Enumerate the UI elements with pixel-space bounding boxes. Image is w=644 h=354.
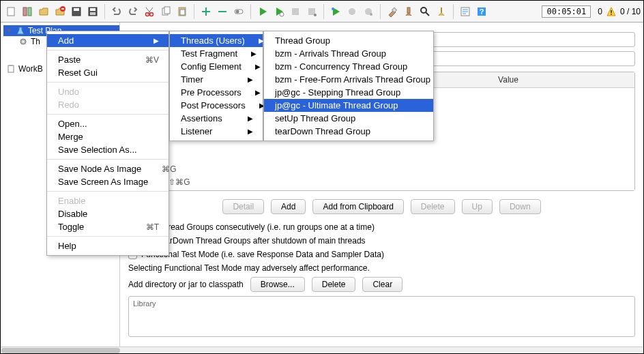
svg-rect-15 xyxy=(180,10,185,15)
save-icon[interactable] xyxy=(69,4,84,19)
open-icon[interactable] xyxy=(36,4,51,19)
svg-rect-33 xyxy=(611,10,612,13)
svg-rect-37 xyxy=(8,65,14,72)
add-button[interactable]: Add xyxy=(271,199,306,214)
toggle-icon[interactable] xyxy=(231,4,246,19)
tree-expand-icon[interactable]: ▼ xyxy=(6,27,13,34)
library-label: Library xyxy=(133,299,156,308)
submenu-threads-item-label: jp@gc - Stepping Thread Group xyxy=(275,87,400,98)
submenu-threads-item[interactable]: setUp Thread Group xyxy=(264,112,433,125)
new-icon[interactable] xyxy=(3,4,18,19)
clear-icon[interactable] xyxy=(385,4,400,19)
elapsed-timer: 00:05:01 xyxy=(542,5,591,18)
context-menu-item-label: Toggle xyxy=(58,222,84,232)
paste-icon[interactable] xyxy=(175,4,190,19)
down-button[interactable]: Down xyxy=(499,199,541,214)
submenu-add-item[interactable]: Post Processors▶ xyxy=(170,99,263,112)
context-menu-item[interactable]: Open... xyxy=(47,117,169,130)
context-menu-item[interactable]: Reset Gui xyxy=(47,66,169,79)
submenu-threads[interactable]: Thread Groupbzm - Arrivals Thread Groupb… xyxy=(263,31,434,141)
redo-icon[interactable] xyxy=(126,4,141,19)
context-menu-item[interactable]: Save Screen As Image⇧⌘G xyxy=(47,175,169,188)
clear-button[interactable]: Clear xyxy=(362,277,402,292)
scrollbar-thumb[interactable] xyxy=(1,348,120,353)
error-count: 0 xyxy=(598,7,602,16)
add-clipboard-button[interactable]: Add from Clipboard xyxy=(312,199,403,214)
submenu-arrow-icon: ▶ xyxy=(248,115,253,122)
cut-icon[interactable] xyxy=(142,4,157,19)
submenu-threads-item[interactable]: bzm - Concurrency Thread Group xyxy=(264,60,433,73)
context-menu-item-label: Undo xyxy=(58,87,79,97)
submenu-add-item[interactable]: Test Fragment▶ xyxy=(170,47,263,60)
function-helper-icon[interactable] xyxy=(458,4,473,19)
expand-icon[interactable] xyxy=(199,4,214,19)
context-menu-item-label: Save Selection As... xyxy=(58,145,137,155)
library-box[interactable]: Library xyxy=(128,296,635,337)
delete-button[interactable]: Delete xyxy=(411,199,455,214)
svg-text:?: ? xyxy=(480,8,484,16)
context-menu-item[interactable]: Merge xyxy=(47,130,169,143)
start-icon[interactable] xyxy=(255,4,270,19)
close-icon[interactable] xyxy=(53,4,68,19)
context-menu-item[interactable]: Paste⌘V xyxy=(47,53,169,66)
submenu-threads-item-label: Thread Group xyxy=(275,35,330,46)
context-menu-item[interactable]: Disable xyxy=(47,207,169,220)
context-menu-item[interactable]: Add▶ xyxy=(47,34,169,47)
submenu-add-item[interactable]: Pre Processors▶ xyxy=(170,86,263,99)
undo-icon[interactable] xyxy=(109,4,124,19)
context-menu-item-label: Enable xyxy=(58,196,85,206)
remote-shutdown-icon[interactable] xyxy=(361,4,376,19)
remote-stop-icon[interactable] xyxy=(345,4,360,19)
context-menu-item: Undo xyxy=(47,85,169,98)
svg-rect-13 xyxy=(164,7,170,14)
save-as-icon[interactable] xyxy=(85,4,100,19)
submenu-add-item-label: Pre Processors xyxy=(181,87,241,98)
chk-consecutive-label: Run Thread Groups consecutively (i.e. ru… xyxy=(141,222,375,232)
collapse-icon[interactable] xyxy=(215,4,230,19)
submenu-threads-item-label: bzm - Free-Form Arrivals Thread Group xyxy=(275,74,430,85)
copy-icon[interactable] xyxy=(158,4,173,19)
search-icon[interactable] xyxy=(418,4,433,19)
submenu-threads-item[interactable]: bzm - Arrivals Thread Group xyxy=(264,47,433,60)
submenu-add[interactable]: Threads (Users)▶Test Fragment▶Config Ele… xyxy=(169,31,263,141)
templates-icon[interactable] xyxy=(20,4,35,19)
horizontal-scrollbar[interactable] xyxy=(1,346,643,353)
submenu-add-item-label: Listener xyxy=(181,126,212,136)
submenu-arrow-icon: ▶ xyxy=(251,50,257,57)
context-menu-item[interactable]: Toggle⌘T xyxy=(47,220,169,233)
submenu-add-item[interactable]: Timer▶ xyxy=(170,73,263,86)
svg-point-36 xyxy=(23,41,25,43)
remote-start-icon[interactable] xyxy=(328,4,343,19)
submenu-add-item[interactable]: Threads (Users)▶ xyxy=(170,34,263,47)
context-menu-item[interactable]: Help xyxy=(47,239,169,252)
submenu-threads-item[interactable]: tearDown Thread Group xyxy=(264,125,433,138)
clipboard-icon xyxy=(6,64,16,74)
classpath-delete-button[interactable]: Delete xyxy=(312,277,356,292)
submenu-threads-item[interactable]: Thread Group xyxy=(264,34,433,47)
stop-icon[interactable] xyxy=(288,4,303,19)
up-button[interactable]: Up xyxy=(462,199,493,214)
submenu-threads-item-label: setUp Thread Group xyxy=(275,113,355,123)
context-menu[interactable]: Add▶Paste⌘VReset GuiUndoRedoOpen...Merge… xyxy=(46,31,169,256)
start-no-timers-icon[interactable] xyxy=(272,4,287,19)
svg-rect-1 xyxy=(23,8,27,16)
submenu-add-item[interactable]: Config Element▶ xyxy=(170,60,263,73)
context-menu-item: Redo xyxy=(47,98,169,111)
submenu-threads-item[interactable]: jp@gc - Ultimate Thread Group xyxy=(264,99,433,112)
submenu-add-item[interactable]: Assertions▶ xyxy=(170,112,263,125)
submenu-threads-item[interactable]: bzm - Free-Form Arrivals Thread Group xyxy=(264,73,433,86)
detail-button[interactable]: Detail xyxy=(222,199,264,214)
reset-search-icon[interactable] xyxy=(434,4,449,19)
submenu-threads-item[interactable]: jp@gc - Stepping Thread Group xyxy=(264,86,433,99)
svg-point-25 xyxy=(370,13,372,16)
submenu-add-item-label: Post Processors xyxy=(181,100,246,110)
svg-rect-2 xyxy=(28,8,31,16)
context-menu-item[interactable]: Save Selection As... xyxy=(47,143,169,156)
browse-button[interactable]: Browse... xyxy=(250,277,305,292)
warning-icon xyxy=(606,7,616,16)
clear-all-icon[interactable] xyxy=(401,4,416,19)
shutdown-icon[interactable] xyxy=(304,4,319,19)
submenu-add-item[interactable]: Listener▶ xyxy=(170,125,263,138)
help-icon[interactable]: ? xyxy=(474,4,489,19)
context-menu-item[interactable]: Save Node As Image⌘G xyxy=(47,162,169,175)
